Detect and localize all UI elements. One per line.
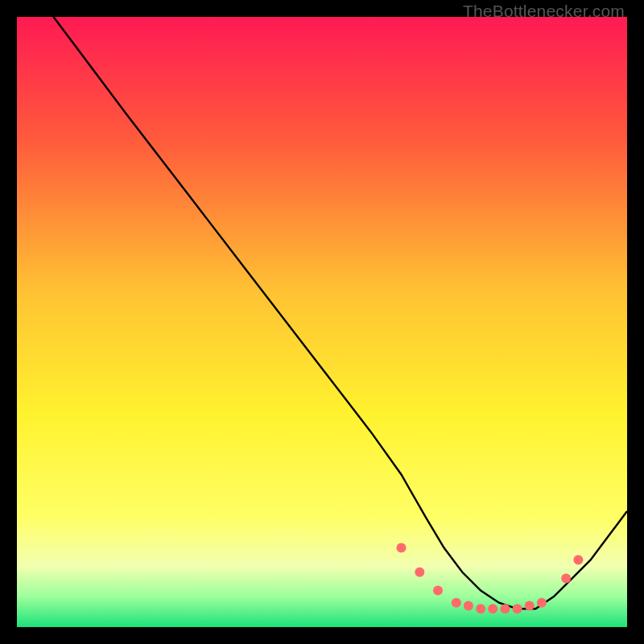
marker-dot [525, 601, 535, 611]
marker-dot [415, 568, 424, 577]
marker-dot [433, 586, 443, 596]
marker-dot [500, 604, 510, 613]
marker-dot [397, 543, 407, 553]
marker-dot [464, 601, 473, 611]
marker-dot [573, 555, 583, 565]
marker-dot [476, 604, 485, 613]
marker-dot [537, 598, 547, 608]
marker-dot [561, 573, 571, 583]
chart-frame [17, 17, 627, 627]
marker-dot [452, 598, 461, 608]
gradient-background [17, 17, 627, 627]
chart-svg [17, 17, 627, 627]
marker-dot [488, 604, 497, 613]
marker-dot [513, 604, 522, 613]
